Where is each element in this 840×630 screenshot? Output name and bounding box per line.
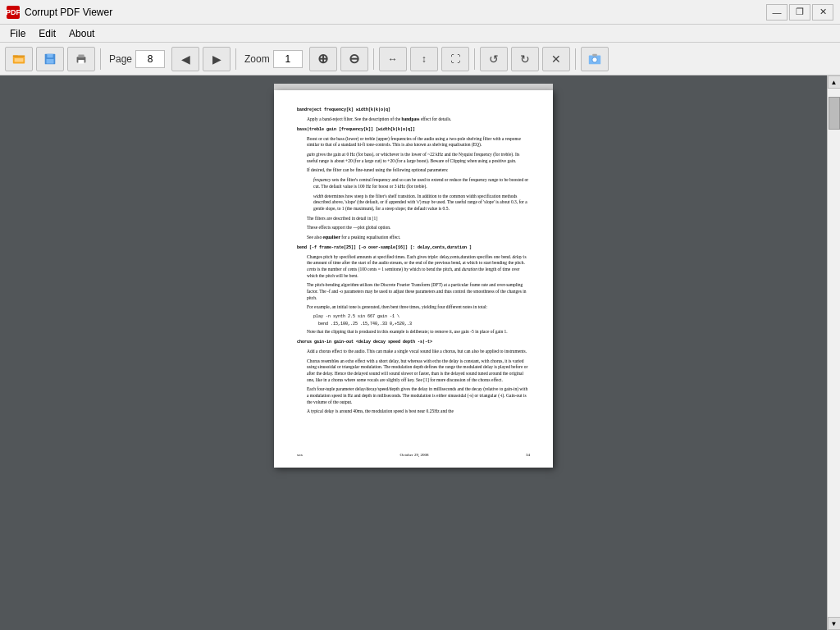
remove-button[interactable]: ✕ [542, 47, 570, 71]
svg-rect-5 [47, 53, 52, 57]
rotate-right-button[interactable]: ↻ [511, 47, 539, 71]
pdf-content-chorus-body4: A typical delay is around 40ms, the modu… [307, 409, 530, 415]
rotate-left-button[interactable]: ↺ [480, 47, 508, 71]
snapshot-icon [587, 52, 602, 66]
fit-width-button[interactable]: ↔ [379, 47, 407, 71]
close-button[interactable]: ✕ [812, 4, 833, 21]
pdf-content-bend-code1: play -n synth 2.5 sin 667 gain -1 \ [313, 314, 530, 320]
fit-width-icon: ↔ [388, 53, 398, 65]
zoom-control: Zoom [244, 50, 303, 68]
pdf-content-bandreject-heading: bandreject frequency[k] width[k|k|o|q] [297, 107, 530, 113]
page-label: Page [109, 53, 132, 65]
zoom-label: Zoom [244, 53, 270, 65]
svg-rect-2 [13, 55, 25, 57]
minimize-button[interactable]: — [766, 4, 788, 21]
separator-4 [474, 48, 475, 70]
rotate-left-icon: ↺ [489, 52, 499, 66]
title-left: PDF Corrupt PDF Viewer [7, 6, 112, 19]
svg-rect-12 [592, 53, 596, 56]
nav-prev-icon: ◀ [181, 52, 190, 66]
open-icon [11, 52, 26, 66]
pdf-content-bend-code2: bend .15,100,.25 .15,740,.33 0,+520,.3 [313, 322, 530, 327]
toolbar: Page ◀ ▶ Zoom ⊕ ⊖ ↔ ↕ ⛶ ↺ ↻ ✕ [0, 43, 840, 75]
svg-rect-6 [47, 59, 54, 63]
pdf-content-chorus-heading: chorus gain-in gain-out <delay decay spe… [297, 339, 530, 345]
pdf-content-bend-note: Note that the clipping that is produced … [307, 329, 530, 336]
title-controls: — ❐ ✕ [766, 4, 833, 21]
zoom-out-icon: ⊖ [349, 51, 359, 66]
pdf-content-bass-body3: If desired, the filter can be fine-tuned… [307, 167, 530, 174]
menu-bar: File Edit About [0, 25, 840, 43]
rotate-right-icon: ↻ [520, 52, 530, 66]
pdf-content-bend-body2: The pitch-bending algorithm utilizes the… [307, 282, 530, 301]
zoom-in-icon: ⊕ [317, 51, 328, 66]
pdf-content-bass-heading: bass|treble gain [frequency[k]] [width[k… [297, 126, 530, 133]
pdf-page: bandreject frequency[k] width[k|k|o|q] A… [274, 90, 553, 468]
fit-page-button[interactable]: ⛶ [441, 47, 469, 71]
scroll-up-button[interactable]: ▲ [828, 75, 841, 89]
nav-next-icon: ▶ [212, 52, 221, 66]
pdf-footer: sox October 29, 2008 34 [297, 452, 530, 458]
open-button[interactable] [5, 47, 33, 71]
app-icon: PDF [7, 6, 20, 19]
page-input[interactable] [135, 50, 165, 68]
pdf-content-bass-plot: These effects support the —plot global o… [307, 225, 530, 231]
separator-1 [100, 48, 101, 70]
svg-rect-3 [15, 58, 24, 62]
title-text: Corrupt PDF Viewer [25, 7, 112, 18]
save-icon [43, 52, 57, 66]
pdf-content-bass-equaliser: See also equaliser for a peaking equalis… [307, 235, 530, 241]
pdf-viewport[interactable]: bandreject frequency[k] width[k|k|o|q] A… [0, 75, 827, 630]
menu-about[interactable]: About [62, 26, 101, 41]
app-icon-label: PDF [6, 8, 21, 16]
pdf-footer-center: October 29, 2008 [400, 452, 429, 458]
pdf-content-bass-freq: frequency sets the filter's central freq… [313, 177, 530, 189]
print-icon [74, 52, 89, 66]
print-button[interactable] [67, 47, 95, 71]
pdf-content-bandreject-body: Apply a band-reject filter. See the desc… [307, 116, 530, 123]
nav-next-button[interactable]: ▶ [203, 47, 231, 71]
pdf-content-bass-width: width determines how steep is the filter… [313, 194, 530, 212]
fit-page-icon: ⛶ [450, 53, 460, 65]
menu-edit[interactable]: Edit [32, 26, 62, 41]
nav-prev-button[interactable]: ◀ [171, 47, 199, 71]
menu-file[interactable]: File [3, 26, 32, 41]
restore-button[interactable]: ❐ [789, 4, 810, 21]
separator-2 [235, 48, 236, 70]
pdf-content-bend-heading: bend [-f frame-rate[25]] [-o over-sample… [297, 244, 530, 251]
svg-rect-8 [78, 54, 84, 57]
pdf-footer-right: 34 [526, 452, 530, 458]
zoom-out-button[interactable]: ⊖ [340, 47, 368, 71]
snapshot-button[interactable] [581, 47, 609, 71]
pdf-content-bass-body2: gain gives the gain at 0 Hz (for bass), … [307, 152, 530, 164]
zoom-in-button[interactable]: ⊕ [309, 47, 337, 71]
zoom-input[interactable] [273, 50, 303, 68]
pdf-content-bass-body1: Boost or cut the bass (lower) or treble … [307, 136, 530, 148]
separator-3 [373, 48, 374, 70]
right-scrollbar: ▲ ▼ [827, 75, 840, 630]
separator-5 [575, 48, 576, 70]
scroll-down-button[interactable]: ▼ [828, 617, 841, 630]
svg-point-11 [592, 57, 597, 62]
scroll-thumb[interactable] [829, 97, 840, 130]
save-button[interactable] [36, 47, 64, 71]
fit-height-icon: ↕ [422, 53, 427, 65]
remove-icon: ✕ [551, 52, 561, 66]
pdf-content-bass-ref: The filters are described in detail in [… [307, 216, 530, 222]
pdf-content-chorus-body1: Add a chorus effect to the audio. This c… [307, 349, 530, 355]
scroll-track [828, 89, 841, 617]
fit-height-button[interactable]: ↕ [410, 47, 438, 71]
pdf-content-bend-example-intro: For example, an initial tone is generate… [307, 304, 530, 311]
pdf-content-chorus-body2: Chorus resembles an echo effect with a s… [307, 358, 530, 384]
pdf-content-chorus-body3: Each four-tuple parameter delay/decay/sp… [307, 386, 530, 405]
svg-rect-9 [78, 59, 84, 63]
pdf-content-bend-body1: Changes pitch by specified amounts at sp… [307, 254, 530, 280]
pdf-footer-left: sox [297, 452, 303, 458]
page-control: Page [109, 50, 165, 68]
main-area: bandreject frequency[k] width[k|k|o|q] A… [0, 75, 840, 630]
title-bar: PDF Corrupt PDF Viewer — ❐ ✕ [0, 0, 840, 25]
